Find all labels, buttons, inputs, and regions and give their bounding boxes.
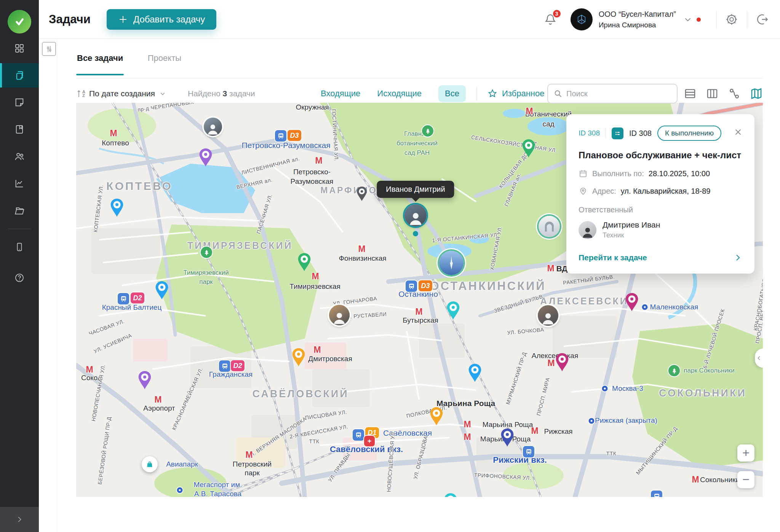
map-marker-train[interactable]: [523, 446, 534, 457]
map-marker-whitepin[interactable]: [142, 456, 158, 472]
map-marker-pin[interactable]: [443, 493, 458, 497]
map-marker-metro[interactable]: М: [86, 365, 93, 375]
map-marker-metro[interactable]: М: [526, 106, 533, 116]
app-logo[interactable]: [8, 10, 31, 33]
account-chevron-down-icon[interactable]: [683, 14, 693, 24]
map-marker-metro[interactable]: М: [464, 432, 471, 442]
map-marker-pin[interactable]: [555, 353, 569, 372]
favorites-filter[interactable]: Избранное: [488, 89, 545, 99]
sort-control[interactable]: AZ По дате создания: [76, 89, 166, 98]
notifications-button[interactable]: 3: [544, 13, 557, 26]
users-icon: [14, 151, 25, 162]
view-list-button[interactable]: [684, 87, 697, 100]
folder-icon: [14, 205, 25, 216]
map-marker-dline[interactable]: D2: [131, 293, 144, 304]
address-value: ул. Кальварийская, 18-89: [621, 187, 711, 196]
map-marker-dot[interactable]: [177, 487, 183, 493]
map-marker-pin[interactable]: [521, 139, 536, 158]
sidebar-item-mobile[interactable]: [0, 235, 39, 259]
sidebar-item-analytics[interactable]: [0, 171, 39, 196]
map-marker-metro[interactable]: М: [531, 426, 538, 436]
map-marker-train[interactable]: [275, 130, 286, 142]
map-marker-dline[interactable]: D3: [419, 280, 432, 291]
map-marker-train[interactable]: [118, 293, 129, 304]
task-title: Плановое обслуживание + чек-лист: [579, 150, 742, 161]
map-marker-metro[interactable]: М: [315, 156, 322, 166]
map-marker-pin[interactable]: [446, 301, 460, 320]
map-marker-tree[interactable]: [422, 125, 433, 137]
search-input[interactable]: [566, 89, 665, 98]
map-marker-train[interactable]: [219, 360, 230, 372]
map-marker-pin[interactable]: [625, 293, 639, 312]
tab-projects[interactable]: Проекты: [147, 43, 182, 75]
map-marker-dline[interactable]: D2: [231, 360, 245, 371]
view-map-button[interactable]: [750, 87, 763, 100]
map-marker-pin[interactable]: [198, 148, 213, 167]
add-task-button[interactable]: Добавить задачу: [107, 9, 216, 30]
map-marker-dot[interactable]: [602, 386, 608, 392]
filter-all[interactable]: Все: [438, 85, 466, 102]
map-marker-metro[interactable]: М: [110, 128, 117, 139]
sliders-icon: [45, 45, 53, 53]
map-marker-poi[interactable]: [439, 251, 464, 275]
map-canvas[interactable]: КОПТЕВОТИМИРЯЗЕВСКИЙМАРФИНООСТАНКИНСКИЙА…: [76, 103, 763, 497]
tab-all-tasks[interactable]: Все задачи: [76, 43, 124, 75]
map-marker-train[interactable]: [651, 491, 662, 497]
settings-button[interactable]: [723, 11, 740, 28]
map-marker-train[interactable]: [406, 280, 417, 292]
sidebar-expand-button[interactable]: [0, 507, 39, 532]
map-marker-metro[interactable]: М: [547, 263, 554, 274]
zoom-out-button[interactable]: −: [737, 471, 754, 488]
map-marker-metro[interactable]: М: [415, 307, 422, 317]
task-id-link[interactable]: ID 308: [579, 129, 600, 137]
close-icon[interactable]: [732, 126, 745, 139]
map-marker-vokzal[interactable]: [364, 436, 375, 446]
sidebar-item-notes[interactable]: [0, 90, 39, 115]
map-marker-dline[interactable]: D3: [288, 130, 301, 141]
map-marker-tree[interactable]: [201, 247, 212, 258]
map-marker-pin[interactable]: [291, 348, 306, 367]
map-marker-metro[interactable]: М: [358, 244, 365, 254]
map-marker-avatar[interactable]: [404, 204, 427, 226]
sidebar-item-help[interactable]: [0, 266, 39, 290]
map-marker-pin[interactable]: [155, 281, 169, 300]
map-marker-pin[interactable]: [500, 428, 515, 447]
company-avatar[interactable]: [571, 8, 593, 30]
map-marker-metro[interactable]: М: [692, 475, 699, 485]
zoom-in-button[interactable]: +: [737, 444, 754, 462]
map-marker-pin[interactable]: [110, 198, 124, 217]
map-marker-dot[interactable]: [642, 304, 648, 310]
map-marker-dot[interactable]: [589, 418, 595, 424]
map-marker-pin[interactable]: [297, 253, 312, 272]
account-info[interactable]: ООО “Бусел-Капитал” Ирина Смирнова: [599, 10, 676, 29]
map-marker-poi[interactable]: [539, 216, 560, 237]
go-to-task-link[interactable]: Перейти к задаче: [579, 253, 742, 262]
sidebar-item-tasks[interactable]: [0, 63, 39, 88]
map-marker-metro[interactable]: М: [312, 271, 319, 282]
filter-outgoing[interactable]: Исходящие: [377, 89, 422, 99]
map-marker-metro[interactable]: М: [245, 450, 253, 460]
map-marker-metro[interactable]: М: [464, 419, 471, 430]
map-marker-metro[interactable]: М: [154, 395, 161, 405]
logout-button[interactable]: [754, 11, 771, 28]
view-gantt-button[interactable]: [728, 87, 741, 100]
map-marker-graypin[interactable]: [356, 186, 368, 201]
filters-button[interactable]: [42, 42, 56, 56]
map-marker-pin[interactable]: [429, 407, 444, 426]
map-marker-avatar[interactable]: [538, 305, 558, 326]
sidebar-item-knowledge[interactable]: [0, 117, 39, 142]
sidebar-item-dashboard[interactable]: [0, 36, 39, 61]
map-marker-metro[interactable]: М: [547, 358, 555, 368]
map-marker-pin[interactable]: [468, 363, 482, 382]
filter-incoming[interactable]: Входящие: [321, 89, 360, 99]
map-marker-pin[interactable]: [137, 371, 152, 390]
map-marker-train[interactable]: [353, 429, 364, 441]
map-marker-avatar[interactable]: [204, 118, 222, 136]
map-marker-tree[interactable]: [668, 365, 680, 376]
sidebar-item-files[interactable]: [0, 198, 39, 223]
map-marker-avatar[interactable]: [329, 305, 350, 325]
view-kanban-button[interactable]: [706, 87, 719, 100]
sidebar-item-team[interactable]: [0, 144, 39, 169]
sort-label: По дате создания: [89, 89, 155, 98]
map-marker-metro[interactable]: М: [313, 345, 321, 355]
